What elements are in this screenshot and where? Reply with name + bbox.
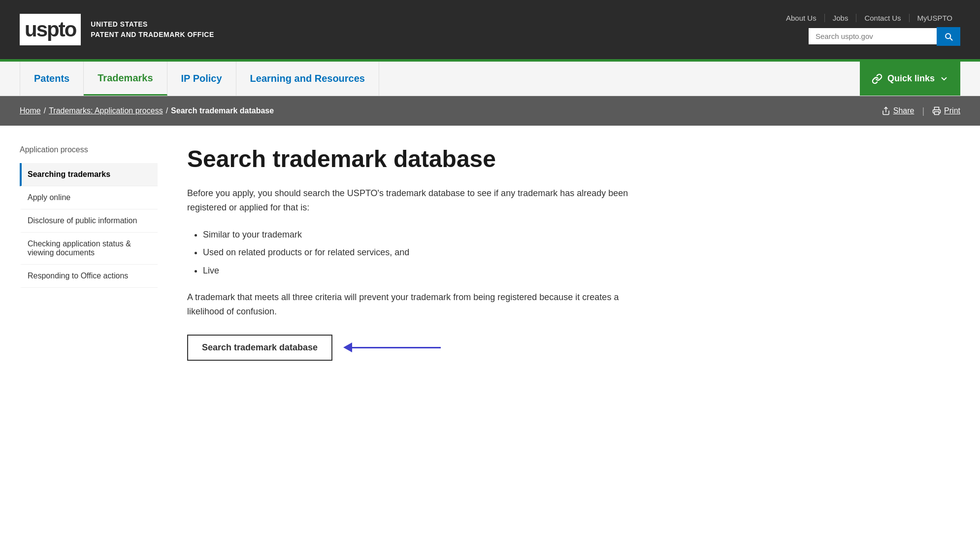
sidebar: Application process Searching trademarks…	[20, 145, 167, 361]
top-bar-right: About Us Jobs Contact Us MyUSPTO	[778, 14, 960, 46]
search-trademark-db-button[interactable]: Search trademark database	[187, 335, 332, 361]
bullet-item-2: Used on related products or for related …	[203, 244, 689, 260]
page-para: A trademark that meets all three criteri…	[187, 290, 630, 319]
breadcrumb-current: Search trademark database	[171, 106, 274, 115]
main-content: Application process Searching trademarks…	[0, 126, 709, 380]
logo-text: uspto	[25, 18, 76, 41]
sidebar-item-responding-office[interactable]: Responding to Office actions	[20, 265, 158, 288]
search-icon	[944, 32, 953, 41]
cta-row: Search trademark database	[187, 335, 689, 361]
sidebar-item-searching-trademarks[interactable]: Searching trademarks	[20, 163, 158, 186]
logo-box: uspto	[20, 14, 81, 45]
bullet-item-3: Live	[203, 263, 689, 278]
nav-ip-policy[interactable]: IP Policy	[167, 62, 236, 96]
arrow-line	[352, 347, 441, 348]
myuspto-link[interactable]: MyUSPTO	[910, 14, 960, 22]
breadcrumb-home[interactable]: Home	[20, 106, 41, 115]
print-action[interactable]: Print	[932, 106, 960, 115]
page-content: Search trademark database Before you app…	[167, 145, 689, 361]
jobs-link[interactable]: Jobs	[825, 14, 857, 22]
logo-section: uspto UNITED STATES PATENT AND TRADEMARK…	[20, 14, 214, 45]
agency-name: UNITED STATES PATENT AND TRADEMARK OFFIC…	[91, 19, 214, 40]
nav-trademarks[interactable]: Trademarks	[84, 62, 167, 96]
top-links: About Us Jobs Contact Us MyUSPTO	[778, 14, 960, 22]
page-title: Search trademark database	[187, 145, 689, 172]
top-bar: uspto UNITED STATES PATENT AND TRADEMARK…	[0, 0, 980, 59]
print-icon	[932, 106, 941, 115]
link-icon	[872, 73, 882, 84]
search-button[interactable]	[937, 27, 960, 46]
breadcrumb-bar: Home / Trademarks: Application process /…	[0, 96, 980, 126]
search-bar	[809, 27, 960, 46]
sidebar-title: Application process	[20, 145, 158, 158]
svg-rect-1	[935, 112, 939, 115]
quick-links-button[interactable]: Quick links	[860, 62, 960, 96]
page-intro: Before you apply, you should search the …	[187, 186, 630, 215]
about-us-link[interactable]: About Us	[778, 14, 825, 22]
arrow-indicator	[344, 342, 441, 352]
share-icon	[882, 106, 890, 115]
bullet-list: Similar to your trademark Used on relate…	[203, 227, 689, 278]
share-action[interactable]: Share	[882, 106, 915, 115]
contact-us-link[interactable]: Contact Us	[856, 14, 909, 22]
breadcrumb-section[interactable]: Trademarks: Application process	[49, 106, 163, 115]
breadcrumb: Home / Trademarks: Application process /…	[20, 106, 274, 115]
search-input[interactable]	[809, 28, 937, 44]
sidebar-item-disclosure[interactable]: Disclosure of public information	[20, 209, 158, 233]
main-nav: Patents Trademarks IP Policy Learning an…	[0, 62, 980, 96]
arrow-head	[343, 342, 352, 352]
chevron-down-icon	[940, 74, 948, 83]
nav-patents[interactable]: Patents	[20, 62, 84, 96]
sidebar-item-apply-online[interactable]: Apply online	[20, 186, 158, 209]
bullet-item-1: Similar to your trademark	[203, 227, 689, 242]
breadcrumb-actions: Share | Print	[882, 106, 960, 116]
sidebar-item-checking-status[interactable]: Checking application status & viewing do…	[20, 233, 158, 265]
nav-learning-resources[interactable]: Learning and Resources	[236, 62, 379, 96]
